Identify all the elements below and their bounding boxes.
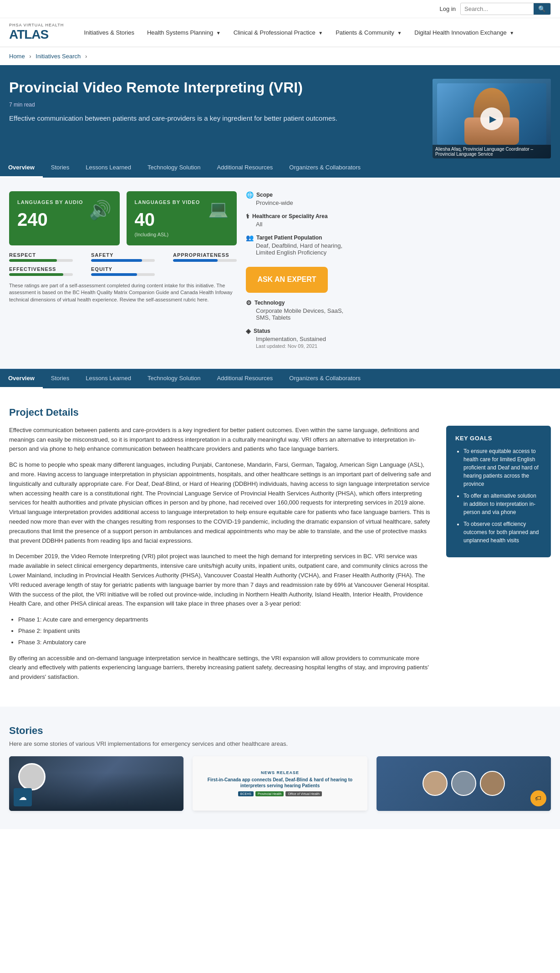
tech-icon <box>246 299 252 306</box>
ask-expert-button[interactable]: ASK AN EXPERT <box>246 267 328 293</box>
hero-section: Provincial Video Remote Interpreting (VR… <box>0 65 560 158</box>
breadcrumb-home[interactable]: Home <box>9 53 25 60</box>
read-time: 7 min read <box>9 102 419 108</box>
nav-patients[interactable]: Patients & Community ▼ <box>329 25 408 40</box>
phase-3: Phase 3: Ambulatory care <box>18 638 433 647</box>
story-card-3[interactable]: 🏷 <box>377 756 551 811</box>
tab-overview-bottom[interactable]: Overview <box>0 369 43 388</box>
tab-resources-bottom[interactable]: Additional Resources <box>209 369 281 388</box>
tab-technology-bottom[interactable]: Technology Solution <box>139 369 209 388</box>
ratings-bottom-row: EFFECTIVENESS EQUITY <box>9 266 237 276</box>
project-closing: By offering an accessible and on-demand … <box>9 654 433 682</box>
story-card-2-image: NEWS RELEASE First-in-Canada app connect… <box>193 756 367 811</box>
info-technology: Technology Corporate Mobile Devices, Saa… <box>246 299 346 321</box>
target-patient-value: Deaf, Deafblind, Hard of hearing, Limite… <box>246 242 346 256</box>
video-icon: 💻 <box>208 199 229 219</box>
healthcare-value: All <box>246 221 346 228</box>
key-goal-1: To ensure equitable access to health car… <box>463 447 542 488</box>
info-scope: Scope Province-wide <box>246 191 346 206</box>
tab-technology-top[interactable]: Technology Solution <box>139 158 209 178</box>
logo-area: PHSA VIRTUAL HEALTH ATLAS <box>9 23 64 42</box>
phases-list: Phase 1: Acute care and emergency depart… <box>9 615 433 647</box>
stats-row: LANGUAGES BY AUDIO 240 🔊 LANGUAGES BY VI… <box>9 191 237 245</box>
tab-lessons-top[interactable]: Lessons Learned <box>77 158 139 178</box>
stat-video-number: 40 <box>135 209 200 230</box>
project-section: Project Details Effective communication … <box>0 388 560 707</box>
story-card-3-image: 🏷 <box>377 756 551 811</box>
breadcrumb: Home › Initiatives Search › <box>0 47 560 65</box>
key-goals-box: KEY GOALS To ensure equitable access to … <box>446 426 551 557</box>
tab-stories-top[interactable]: Stories <box>43 158 77 178</box>
hero-video[interactable]: Aliesha Afaq, Provincial Language Coordi… <box>433 79 551 158</box>
tab-lessons-bottom[interactable]: Lessons Learned <box>77 369 139 388</box>
project-para-3: In December 2019, the Video Remote Inter… <box>9 552 433 609</box>
page-title: Provincial Video Remote Interpreting (VR… <box>9 79 419 96</box>
project-para-1: Effective communication between patients… <box>9 426 433 454</box>
news-logo-office: Office of Virtual Health <box>285 791 322 796</box>
phase-1: Phase 1: Acute care and emergency depart… <box>18 615 433 625</box>
sidebar-info: Scope Province-wide Healthcare or Specia… <box>246 191 346 355</box>
ratings-area: RESPECT SAFETY APPROPRIATENESS EFFECTIVE… <box>9 252 237 303</box>
project-text-area: Effective communication between patients… <box>9 426 433 688</box>
breadcrumb-parent[interactable]: Initiatives Search <box>36 53 81 60</box>
video-caption: Aliesha Afaq, Provincial Language Coordi… <box>433 145 551 158</box>
phase-2: Phase 2: Inpatient units <box>18 627 433 636</box>
stat-card-audio: LANGUAGES BY AUDIO 240 🔊 <box>9 191 120 245</box>
status-icon <box>246 327 251 335</box>
login-link[interactable]: Log in <box>440 5 456 12</box>
nav-digital-health[interactable]: Digital Health Innovation Exchange ▼ <box>408 25 520 40</box>
nav-initiatives[interactable]: Initiatives & Stories <box>77 25 141 40</box>
story-card-2[interactable]: NEWS RELEASE First-in-Canada app connect… <box>193 756 367 811</box>
info-target-patient: Target Patient Population Deaf, Deafblin… <box>246 234 346 256</box>
medical-icon <box>246 213 249 220</box>
stat-card-video: LANGUAGES BY VIDEO 40 (Including ASL) 💻 <box>127 191 237 245</box>
stat-video-sub: (Including ASL) <box>135 232 200 237</box>
stats-cards-area: LANGUAGES BY AUDIO 240 🔊 LANGUAGES BY VI… <box>9 191 237 355</box>
project-content: Effective communication between patients… <box>9 426 551 688</box>
scope-value: Province-wide <box>246 199 346 206</box>
key-goal-2: To offer an alternative solution in addi… <box>463 492 542 516</box>
search-button[interactable]: 🔍 <box>534 3 550 15</box>
header: PHSA VIRTUAL HEALTH ATLAS Initiatives & … <box>0 18 560 47</box>
stories-title: Stories <box>9 725 551 737</box>
stat-audio-number: 240 <box>17 209 83 230</box>
tab-resources-top[interactable]: Additional Resources <box>209 158 281 178</box>
stat-video-label: LANGUAGES BY VIDEO <box>135 199 200 205</box>
rating-respect: RESPECT <box>9 252 73 262</box>
audio-icon: 🔊 <box>89 199 112 221</box>
story-card-1[interactable]: ☁ <box>9 756 183 811</box>
search-input[interactable] <box>461 4 534 14</box>
tab-stories-bottom[interactable]: Stories <box>43 369 77 388</box>
tab-organizers-top[interactable]: Organizers & Collaborators <box>281 158 369 178</box>
hero-text: Provincial Video Remote Interpreting (VR… <box>9 79 419 138</box>
section-tabs-top: Overview Stories Lessons Learned Technol… <box>0 158 560 178</box>
tab-organizers-bottom[interactable]: Organizers & Collaborators <box>281 369 369 388</box>
nav-clinical[interactable]: Clinical & Professional Practice ▼ <box>227 25 329 40</box>
status-value: Implementation, Sustained <box>246 336 346 342</box>
rating-effectiveness: EFFECTIVENESS <box>9 266 73 276</box>
tab-overview-top[interactable]: Overview <box>0 158 43 178</box>
news-logo-provincial: Provincial Health <box>255 791 284 796</box>
technology-value: Corporate Mobile Devices, SaaS, SMS, Tab… <box>246 307 346 321</box>
section-tabs-bottom: Overview Stories Lessons Learned Technol… <box>0 369 560 388</box>
video-play-button[interactable] <box>480 107 503 130</box>
ask-expert-area: ASK AN EXPERT <box>246 262 346 293</box>
story-2-headline: First-in-Canada app connects Deaf, Deaf-… <box>197 777 362 789</box>
rating-safety: SAFETY <box>91 252 155 262</box>
main-nav: Initiatives & Stories Health Systems Pla… <box>77 25 520 40</box>
rating-equity: EQUITY <box>91 266 155 276</box>
story-card-1-image: ☁ <box>9 756 183 811</box>
project-para-2: BC is home to people who speak many diff… <box>9 460 433 545</box>
stories-section: Stories Here are some stories of various… <box>0 707 560 829</box>
nav-health-systems[interactable]: Health Systems Planning ▼ <box>141 25 227 40</box>
key-goal-3: To observe cost efficiency outcomes for … <box>463 520 542 545</box>
stats-section: LANGUAGES BY AUDIO 240 🔊 LANGUAGES BY VI… <box>0 178 560 369</box>
stories-cards: ☁ NEWS RELEASE First-in-Canada app conne… <box>9 756 551 811</box>
logo-atlas[interactable]: ATLAS <box>9 27 64 42</box>
logo-phsa: PHSA VIRTUAL HEALTH <box>9 23 64 27</box>
news-logo-bcehs: BCEHS <box>238 791 254 796</box>
info-status: Status Implementation, Sustained Last up… <box>246 327 346 349</box>
stories-subtitle: Here are some stories of various VRI imp… <box>9 740 551 747</box>
key-goals-list: To ensure equitable access to health car… <box>455 447 542 545</box>
rating-note: These ratings are part of a self-assessm… <box>9 282 237 303</box>
